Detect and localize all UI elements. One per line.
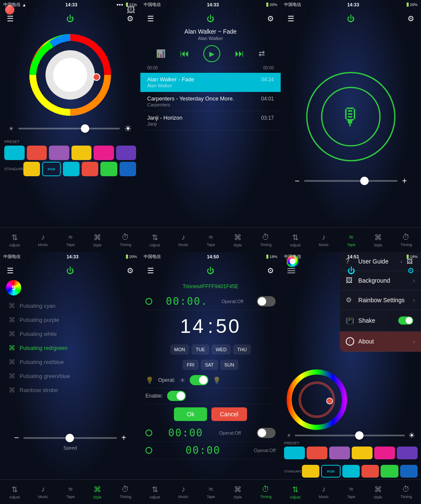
style-item-7[interactable]: ⌘ Rainbow strobe <box>4 383 136 397</box>
toggle-2[interactable] <box>257 428 276 438</box>
menu-rainbow-settings[interactable]: ⚙ Rainbow Settings › <box>340 290 421 310</box>
tab-timing-6[interactable]: ⏱ Timing <box>401 485 412 499</box>
power-icon-3[interactable]: ⏻ <box>347 14 355 23</box>
day-sat[interactable]: SAT <box>201 360 218 370</box>
song-item-3[interactable]: Janji - Horizon 03:17 Janji <box>140 111 281 130</box>
play-btn[interactable]: ▶ <box>203 45 220 62</box>
p6-preset-4[interactable] <box>352 447 373 459</box>
p6-brightness-track[interactable] <box>295 435 405 436</box>
ok-button[interactable]: Ok <box>174 407 207 421</box>
brightness-slider-1[interactable]: ☀ ☀ <box>9 123 132 134</box>
tab-timing-2[interactable]: ⏱ Timing <box>260 233 272 247</box>
settings-icon-1[interactable]: ⚙ <box>127 14 134 23</box>
p6-brightness-thumb[interactable] <box>355 431 364 440</box>
tab-music-3[interactable]: ♪ Music <box>319 233 329 247</box>
tab-style-4[interactable]: ⌘ Style <box>93 485 102 499</box>
tab-timing-4[interactable]: ⏱ Timing <box>120 485 131 499</box>
style-item-3[interactable]: ⌘ Pulsating white <box>4 327 136 341</box>
p6-preset-1[interactable] <box>284 447 305 459</box>
preset-swatch-3[interactable] <box>49 146 69 160</box>
tab-adjust-2[interactable]: ⇅ Adjust <box>150 233 160 247</box>
settings-icon-5[interactable]: ⚙ <box>267 266 274 275</box>
tab-style-2[interactable]: ⌘ Style <box>233 233 242 247</box>
mic-minus-btn[interactable]: − <box>295 176 300 186</box>
day-tue[interactable]: TUE <box>191 344 209 355</box>
power-icon-2[interactable]: ⏻ <box>207 14 214 23</box>
preset-swatch-1[interactable] <box>4 146 25 160</box>
tab-timing-1[interactable]: ⏱ Timing <box>120 233 131 247</box>
p6-preset-2[interactable] <box>307 447 327 459</box>
p6-std-rgb[interactable]: RGB <box>321 465 340 478</box>
time-minutes[interactable]: 50 <box>216 315 241 338</box>
power-icon-6[interactable]: ⏻ <box>347 266 355 275</box>
next-btn[interactable]: ⏭ <box>235 48 244 59</box>
tab-tape-6[interactable]: ≈ Tape <box>347 485 356 499</box>
equalizer-icon[interactable]: 📊 <box>156 49 165 58</box>
p6-std-3[interactable] <box>342 465 360 478</box>
style-item-6[interactable]: ⌘ Pulsating green/blue <box>4 369 136 383</box>
std-swatch-4[interactable] <box>82 162 98 176</box>
tab-adjust-5[interactable]: ⇅ Adjust <box>150 485 160 499</box>
p6-std-5[interactable] <box>381 465 398 478</box>
color-wheel-svg[interactable] <box>28 32 113 117</box>
menu-shake[interactable]: 📳 Shake <box>340 310 421 332</box>
shuffle-btn[interactable]: ⇄ <box>259 49 265 58</box>
cancel-button[interactable]: Cancel <box>211 407 247 421</box>
speed-plus-btn[interactable]: + <box>121 433 126 443</box>
tab-tape-3[interactable]: ≈ Tape <box>347 233 356 247</box>
toggle-1[interactable] <box>257 296 276 306</box>
menu-icon-5[interactable]: ☰ <box>147 266 154 275</box>
mic-thumb[interactable] <box>360 177 369 185</box>
speed-thumb[interactable] <box>65 434 74 442</box>
speed-track[interactable] <box>23 437 117 439</box>
settings-icon-2[interactable]: ⚙ <box>267 14 274 23</box>
tab-style-5[interactable]: ⌘ Style <box>233 485 242 499</box>
settings-icon-4[interactable]: ⚙ <box>127 266 134 275</box>
operat-toggle[interactable] <box>190 375 208 385</box>
mic-plus-btn[interactable]: + <box>402 176 407 186</box>
p6-std-4[interactable] <box>361 465 379 478</box>
tab-style-1[interactable]: ⌘ Style <box>93 233 102 247</box>
tab-adjust-3[interactable]: ⇅ Adjust <box>290 233 301 247</box>
color-wheel-container[interactable] <box>0 32 140 117</box>
speed-minus-btn[interactable]: − <box>14 433 19 443</box>
enable-toggle[interactable] <box>167 391 186 401</box>
menu-icon-3[interactable]: ☰ <box>287 14 294 23</box>
tab-music-4[interactable]: ♪ Music <box>38 485 48 499</box>
std-swatch-3[interactable] <box>63 162 80 176</box>
menu-about[interactable]: ! About › <box>340 332 421 352</box>
day-mon[interactable]: MON <box>170 344 190 355</box>
std-swatch-5[interactable] <box>100 162 117 176</box>
preset-swatch-2[interactable] <box>27 146 47 160</box>
song-item-2[interactable]: Carpenters - Yesterday Once More. 04:01 … <box>140 92 281 111</box>
p6-std-1[interactable] <box>302 465 319 478</box>
tab-tape-1[interactable]: ≈ Tape <box>66 233 75 247</box>
style-item-2[interactable]: ⌘ Pulsating purple <box>4 313 136 327</box>
shake-toggle[interactable] <box>398 316 413 324</box>
std-swatch-6[interactable] <box>119 162 136 176</box>
song-item-1[interactable]: Alan Walker - Fade 04:24 Alan Walker <box>140 73 281 92</box>
tab-adjust-1[interactable]: ⇅ Adjust <box>9 233 20 247</box>
settings-icon-3[interactable]: ⚙ <box>407 14 414 23</box>
settings-icon-6[interactable]: ⚙ <box>407 266 414 275</box>
tab-adjust-4[interactable]: ⇅ Adjust <box>9 485 20 499</box>
p6-std-6[interactable] <box>400 465 418 478</box>
preset-swatch-5[interactable] <box>94 146 114 160</box>
menu-icon-2[interactable]: ☰ <box>147 14 154 23</box>
tab-music-5[interactable]: ♪ Music <box>179 485 189 499</box>
tab-style-3[interactable]: ⌘ Style <box>374 233 382 247</box>
tab-tape-5[interactable]: ≈ Tape <box>207 485 215 499</box>
time-hours[interactable]: 14 <box>180 315 205 338</box>
style-item-1[interactable]: ⌘ Pulsating cyan <box>4 299 136 313</box>
menu-icon-1[interactable]: ☰ <box>7 14 14 23</box>
menu-icon-4[interactable]: ☰ <box>7 266 14 275</box>
std-swatch-1[interactable] <box>23 162 40 176</box>
tab-timing-5[interactable]: ⏱ Timing <box>260 485 272 499</box>
tab-style-6[interactable]: ⌘ Style <box>374 485 382 499</box>
tab-music-6[interactable]: ♪ Music <box>319 485 329 499</box>
tab-tape-2[interactable]: ≈ Tape <box>207 233 215 247</box>
power-icon-5[interactable]: ⏻ <box>207 266 214 275</box>
color-wheel[interactable] <box>28 32 113 117</box>
tab-music-2[interactable]: ♪ Music <box>179 233 189 247</box>
day-thu[interactable]: THU <box>233 344 251 355</box>
